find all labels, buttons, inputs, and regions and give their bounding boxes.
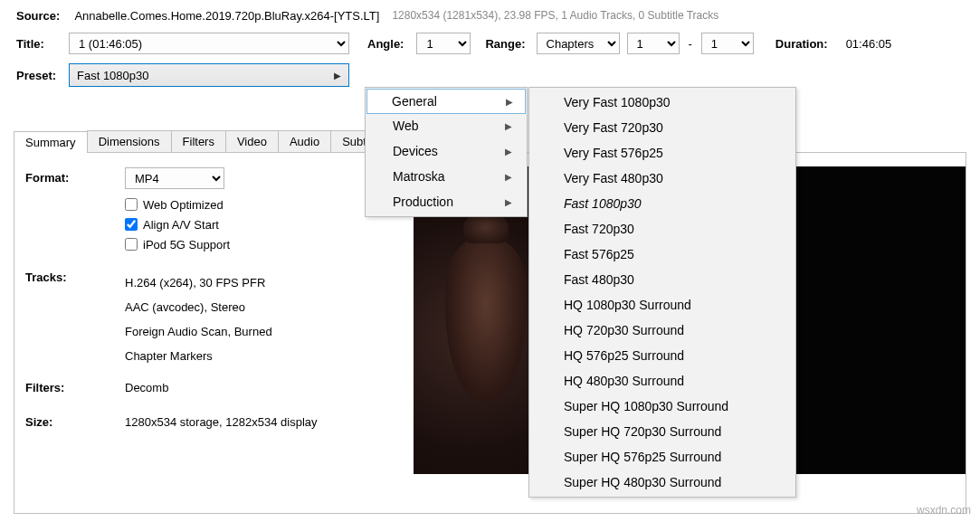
- summary-size-value: 1280x534 storage, 1282x534 display: [125, 415, 318, 429]
- ipod-checkbox[interactable]: iPod 5G Support: [125, 234, 230, 254]
- tab-dimensions[interactable]: Dimensions: [87, 130, 172, 152]
- preview-vase-icon: [445, 239, 527, 402]
- preset-option-label: Very Fast 720p30: [564, 120, 663, 135]
- watermark: wsxdn.com: [917, 504, 971, 517]
- range-label: Range:: [471, 37, 530, 51]
- chevron-right-icon: ▶: [505, 121, 512, 131]
- range-from-select[interactable]: 1: [627, 33, 680, 54]
- chevron-right-icon: ▶: [334, 71, 341, 81]
- source-label: Source:: [0, 9, 65, 23]
- preset-option-label: Very Fast 480p30: [564, 171, 663, 185]
- align-av-input[interactable]: [125, 218, 138, 231]
- format-select[interactable]: MP4: [125, 167, 224, 189]
- preset-option[interactable]: Fast 480p30: [531, 267, 794, 292]
- tab-filters[interactable]: Filters: [171, 130, 226, 152]
- preset-option[interactable]: Very Fast 480p30: [531, 166, 794, 191]
- preset-option-label: HQ 480p30 Surround: [564, 374, 684, 388]
- menu-item-production[interactable]: Production ▶: [367, 189, 525, 214]
- chevron-right-icon: ▶: [505, 147, 512, 157]
- preset-option[interactable]: Very Fast 1080p30: [531, 90, 794, 115]
- preset-option-label: Super HQ 480p30 Surround: [564, 475, 721, 489]
- menu-item-label: Devices: [393, 144, 438, 158]
- menu-item-web[interactable]: Web ▶: [367, 113, 525, 138]
- angle-select[interactable]: 1: [416, 33, 471, 54]
- menu-item-devices[interactable]: Devices ▶: [367, 138, 525, 164]
- format-label: Format:: [25, 171, 69, 185]
- preset-value: Fast 1080p30: [77, 69, 149, 82]
- preset-option-label: HQ 1080p30 Surround: [564, 298, 691, 312]
- preset-option-label: Super HQ 576p25 Surround: [564, 450, 721, 464]
- preset-option-label: HQ 576p25 Surround: [564, 348, 684, 363]
- duration-value: 01:46:05: [833, 37, 892, 51]
- range-select[interactable]: Chapters: [537, 33, 620, 54]
- chevron-right-icon: ▶: [505, 197, 512, 207]
- preset-option-label: Very Fast 1080p30: [564, 95, 671, 109]
- preset-option[interactable]: HQ 720p30 Surround: [531, 318, 794, 343]
- angle-label: Angle:: [349, 37, 409, 51]
- track-foreign: Foreign Audio Scan, Burned: [125, 319, 272, 344]
- preset-option[interactable]: Super HQ 576p25 Surround: [531, 444, 794, 470]
- web-optimized-input[interactable]: [125, 198, 138, 211]
- preset-option-label: Fast 480p30: [564, 272, 634, 287]
- web-optimized-checkbox[interactable]: Web Optimized: [125, 195, 230, 214]
- title-label: Title:: [0, 37, 60, 51]
- preset-option[interactable]: Fast 720p30: [531, 216, 794, 242]
- preset-option[interactable]: Super HQ 480p30 Surround: [531, 470, 794, 495]
- preset-option-label: Fast 720p30: [564, 222, 634, 236]
- preset-option[interactable]: Super HQ 1080p30 Surround: [531, 394, 794, 419]
- preset-option[interactable]: HQ 1080p30 Surround: [531, 292, 794, 318]
- track-video: H.264 (x264), 30 FPS PFR: [125, 270, 272, 295]
- preset-option-label: HQ 720p30 Surround: [564, 323, 684, 337]
- web-optimized-label: Web Optimized: [143, 198, 224, 212]
- track-chapters: Chapter Markers: [125, 344, 272, 368]
- tracks-label: Tracks:: [25, 270, 67, 284]
- range-dash: -: [680, 37, 701, 51]
- menu-item-general[interactable]: General ▶: [366, 89, 526, 114]
- duration-label: Duration:: [754, 37, 833, 51]
- preset-option-label: Very Fast 576p25: [564, 146, 663, 160]
- menu-item-label: General: [392, 94, 437, 109]
- ipod-label: iPod 5G Support: [143, 238, 230, 252]
- preset-option[interactable]: Very Fast 720p30: [531, 115, 794, 140]
- menu-item-label: Matroska: [393, 169, 445, 184]
- menu-item-label: Production: [393, 195, 453, 209]
- summary-size-label: Size:: [25, 415, 52, 429]
- preset-option[interactable]: Super HQ 720p30 Surround: [531, 419, 794, 444]
- tab-audio[interactable]: Audio: [278, 130, 331, 152]
- preset-option-label: Super HQ 1080p30 Surround: [564, 399, 728, 413]
- preset-button[interactable]: Fast 1080p30 ▶: [69, 63, 349, 87]
- ipod-input[interactable]: [125, 238, 138, 251]
- preset-option[interactable]: HQ 576p25 Surround: [531, 343, 794, 368]
- preset-label: Preset:: [0, 69, 60, 82]
- tab-summary[interactable]: Summary: [14, 131, 88, 153]
- tab-video[interactable]: Video: [225, 130, 279, 152]
- preset-option[interactable]: Fast 576p25: [531, 242, 794, 267]
- chevron-right-icon: ▶: [506, 97, 513, 107]
- preset-option-label: Fast 576p25: [564, 247, 634, 261]
- preset-list-menu: Very Fast 1080p30Very Fast 720p30Very Fa…: [528, 87, 796, 498]
- summary-filters-value: Decomb: [125, 381, 168, 394]
- preset-option[interactable]: Fast 1080p30: [531, 191, 794, 216]
- preset-option-label: Fast 1080p30: [564, 196, 642, 211]
- range-to-select[interactable]: 1: [701, 33, 754, 54]
- title-select[interactable]: 1 (01:46:05): [69, 33, 349, 54]
- track-audio: AAC (avcodec), Stereo: [125, 295, 272, 319]
- preset-option-label: Super HQ 720p30 Surround: [564, 424, 721, 439]
- menu-item-label: Web: [393, 119, 419, 133]
- source-meta: 1280x534 (1281x534), 23.98 FPS, 1 Audio …: [379, 9, 718, 22]
- align-av-checkbox[interactable]: Align A/V Start: [125, 214, 230, 234]
- chevron-right-icon: ▶: [505, 172, 512, 182]
- align-av-label: Align A/V Start: [143, 218, 219, 232]
- source-value: Annabelle.Comes.Home.2019.720p.BluRay.x2…: [65, 9, 379, 23]
- menu-item-matroska[interactable]: Matroska ▶: [367, 164, 525, 189]
- preset-category-menu: General ▶ Web ▶ Devices ▶ Matroska ▶ Pro…: [365, 87, 528, 217]
- preset-option[interactable]: HQ 480p30 Surround: [531, 368, 794, 394]
- preset-option[interactable]: Very Fast 576p25: [531, 140, 794, 166]
- summary-filters-label: Filters:: [25, 381, 64, 394]
